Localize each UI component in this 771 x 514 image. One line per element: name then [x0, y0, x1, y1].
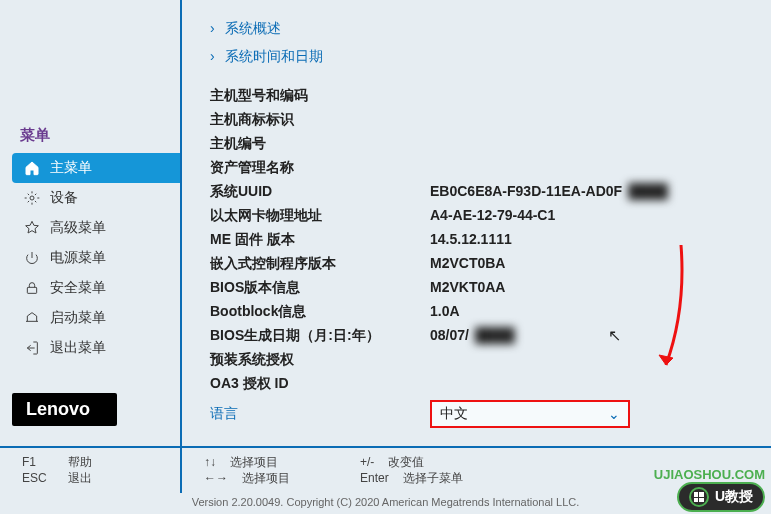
home-icon [22, 160, 42, 176]
chevron-down-icon: ⌄ [608, 406, 620, 422]
key-label: 改变值 [388, 454, 424, 470]
sidebar-menu: 主菜单 设备 高级菜单 电源菜单 安全菜单 启动菜单 [12, 153, 180, 363]
info-row: BIOS生成日期（月:日:年）08/07/████ [210, 324, 741, 348]
star-icon [22, 220, 42, 236]
info-value [430, 375, 741, 393]
link-label: 系统时间和日期 [225, 48, 323, 64]
lock-icon [22, 280, 42, 296]
menu-label: 高级菜单 [50, 219, 106, 237]
menu-boot[interactable]: 启动菜单 [12, 303, 180, 333]
info-label: OA3 授权 ID [210, 375, 430, 393]
info-label: BIOS版本信息 [210, 279, 430, 297]
menu-device[interactable]: 设备 [12, 183, 180, 213]
info-label: 预装系统授权 [210, 351, 430, 369]
boot-icon [22, 310, 42, 326]
key-esc: ESC [22, 470, 54, 486]
info-value: 08/07/████ [430, 327, 741, 345]
info-label: 系统UUID [210, 183, 430, 201]
exit-icon [22, 340, 42, 356]
power-icon [22, 250, 42, 266]
info-row: ME 固件 版本14.5.12.1111 [210, 228, 741, 252]
info-label: ME 固件 版本 [210, 231, 430, 249]
menu-label: 启动菜单 [50, 309, 106, 327]
info-value: M2VCT0BA [430, 255, 741, 273]
info-label: 主机编号 [210, 135, 430, 153]
info-row: 预装系统授权 [210, 348, 741, 372]
menu-security[interactable]: 安全菜单 [12, 273, 180, 303]
info-row: BIOS版本信息M2VKT0AA [210, 276, 741, 300]
chevron-right-icon: › [210, 20, 215, 36]
menu-main[interactable]: 主菜单 [12, 153, 180, 183]
key-label: 选择子菜单 [403, 470, 463, 486]
menu-advanced[interactable]: 高级菜单 [12, 213, 180, 243]
menu-power[interactable]: 电源菜单 [12, 243, 180, 273]
key-label: 选择项目 [242, 470, 290, 486]
info-value: EB0C6E8A-F93D-11EA-AD0F████ [430, 183, 741, 201]
info-value: A4-AE-12-79-44-C1 [430, 207, 741, 225]
key-label: 退出 [68, 470, 92, 486]
info-row: 主机型号和编码 [210, 84, 741, 108]
info-row: Bootblock信息1.0A [210, 300, 741, 324]
menu-exit[interactable]: 退出菜单 [12, 333, 180, 363]
menu-heading: 菜单 [12, 126, 180, 145]
key-f1: F1 [22, 454, 54, 470]
info-label: 以太网卡物理地址 [210, 207, 430, 225]
info-label: 嵌入式控制程序版本 [210, 255, 430, 273]
device-icon [22, 190, 42, 206]
menu-label: 主菜单 [50, 159, 92, 177]
info-row: 资产管理名称 [210, 156, 741, 180]
info-value [430, 159, 741, 177]
key-label: 帮助 [68, 454, 92, 470]
key-label: 选择项目 [230, 454, 278, 470]
menu-label: 退出菜单 [50, 339, 106, 357]
info-row: 主机编号 [210, 132, 741, 156]
info-label: BIOS生成日期（月:日:年） [210, 327, 430, 345]
link-label: 系统概述 [225, 20, 281, 36]
menu-label: 电源菜单 [50, 249, 106, 267]
info-row: 嵌入式控制程序版本M2VCT0BA [210, 252, 741, 276]
info-row: 以太网卡物理地址A4-AE-12-79-44-C1 [210, 204, 741, 228]
info-value [430, 135, 741, 153]
info-row: 系统UUIDEB0C6E8A-F93D-11EA-AD0F████ [210, 180, 741, 204]
info-label: Bootblock信息 [210, 303, 430, 321]
info-label: 主机型号和编码 [210, 87, 430, 105]
key-leftright: ←→ [204, 470, 228, 486]
link-system-overview[interactable]: › 系统概述 [210, 20, 741, 38]
info-value: 14.5.12.1111 [430, 231, 741, 249]
key-updown: ↑↓ [204, 454, 216, 470]
key-plusminus: +/- [360, 454, 374, 470]
info-value [430, 351, 741, 369]
footer-hints: F1帮助 ESC退出 ↑↓选择项目 ←→选择项目 +/-改变值 Enter选择子… [0, 448, 771, 493]
info-label: 主机商标标识 [210, 111, 430, 129]
info-value [430, 111, 741, 129]
info-row: 主机商标标识 [210, 108, 741, 132]
language-value: 中文 [440, 405, 468, 423]
chevron-right-icon: › [210, 48, 215, 64]
language-select[interactable]: 中文 ⌄ [430, 400, 630, 428]
key-enter: Enter [360, 470, 389, 486]
info-value [430, 87, 741, 105]
language-label: 语言 [210, 405, 430, 423]
svg-point-0 [30, 196, 34, 200]
info-row: OA3 授权 ID [210, 372, 741, 396]
menu-label: 设备 [50, 189, 78, 207]
lenovo-logo: Lenovo [12, 393, 117, 426]
menu-label: 安全菜单 [50, 279, 106, 297]
info-value: M2VKT0AA [430, 279, 741, 297]
link-system-datetime[interactable]: › 系统时间和日期 [210, 48, 741, 66]
info-table: 主机型号和编码 主机商标标识 主机编号 资产管理名称系统UUIDEB0C6E8A… [210, 84, 741, 396]
copyright-text: Version 2.20.0049. Copyright (C) 2020 Am… [0, 493, 771, 510]
info-value: 1.0A [430, 303, 741, 321]
info-label: 资产管理名称 [210, 159, 430, 177]
svg-rect-1 [27, 287, 36, 293]
